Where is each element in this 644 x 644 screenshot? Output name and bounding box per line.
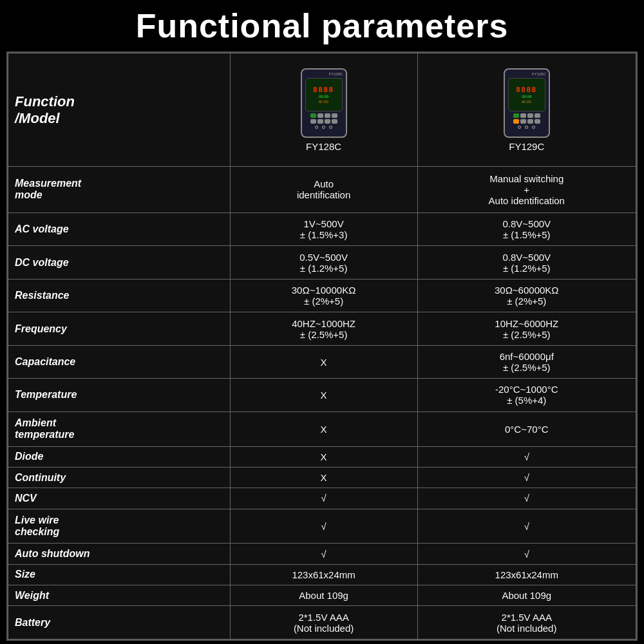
fy129c-image-cell: FY129C 8888 00.00 AC DC xyxy=(417,53,636,167)
port1-128 xyxy=(315,126,318,129)
fy129c-sub-digits: 00.00 xyxy=(516,95,537,99)
fy128c-model-label: FY128C xyxy=(236,141,412,152)
table-row-5: CapacitanceX6nf~60000μf± (2.5%+5) xyxy=(8,345,636,378)
fy129c-value-14: About 109g xyxy=(417,585,636,606)
btn-g3-129 xyxy=(527,119,533,124)
table-row-12: Auto shutdown√√ xyxy=(8,544,636,564)
btn-gray1-128 xyxy=(317,113,323,118)
table-row-1: AC voltage1V~500V± (1.5%+3)0.8V~500V± (1… xyxy=(8,213,636,245)
comparison-table: Function/Model FY128C 8888 00.00 AC DC xyxy=(6,52,638,641)
row-label-11: Live wirechecking xyxy=(8,509,231,544)
btn-g4-129 xyxy=(535,119,540,124)
fy129c-value-5: 6nf~60000μf± (2.5%+5) xyxy=(417,345,636,378)
fy129c-value-10: √ xyxy=(417,488,636,509)
row-label-5: Capacitance xyxy=(8,345,231,378)
fy128c-screen: 8888 00.00 AC DC xyxy=(305,78,343,111)
fy129c-value-8: √ xyxy=(417,446,636,467)
port3-129 xyxy=(532,126,535,129)
btn-gray2-128 xyxy=(325,113,330,118)
fy128c-value-12: √ xyxy=(230,544,417,564)
fy129c-model-label: FY129C xyxy=(423,141,631,152)
btn-g2-129 xyxy=(520,119,526,124)
btn-g3-128 xyxy=(325,119,330,124)
port2-128 xyxy=(322,126,325,129)
fy128c-button-row1 xyxy=(310,113,337,118)
fy128c-value-14: About 109g xyxy=(230,585,417,606)
fy129c-value-0: Manual switching+Auto identification xyxy=(417,167,636,213)
fy128c-value-7: X xyxy=(230,412,417,446)
table-row-7: AmbienttemperatureX0°C~70°C xyxy=(8,412,636,446)
fy129c-screen-content: 8888 00.00 AC DC xyxy=(516,86,537,104)
row-label-3: Resistance xyxy=(8,279,231,312)
fy129c-value-6: -20°C~1000°C± (5%+4) xyxy=(417,379,636,412)
fy128c-value-2: 0.5V~500V± (1.2%+5) xyxy=(230,246,417,279)
table-row-0: MeasurementmodeAutoidentificationManual … xyxy=(8,167,636,213)
fy128c-device: FY128C 8888 00.00 AC DC xyxy=(301,68,347,138)
row-label-8: Diode xyxy=(8,446,231,467)
fy129c-value-7: 0°C~70°C xyxy=(417,412,636,446)
fy129c-button-row2 xyxy=(513,119,540,124)
btn-g2-128 xyxy=(317,119,323,124)
fy129c-indicators: AC DC xyxy=(516,100,537,104)
row-label-9: Continuity xyxy=(8,467,231,488)
table-row-15: Battery2*1.5V AAA(Not included)2*1.5V AA… xyxy=(8,606,636,639)
device-brand-128: FY128C xyxy=(329,72,343,76)
fy128c-image-cell: FY128C 8888 00.00 AC DC xyxy=(230,53,417,167)
table-row-11: Live wirechecking√√ xyxy=(8,509,636,544)
row-label-10: NCV xyxy=(8,488,231,509)
fy129c-screen: 8888 00.00 AC DC xyxy=(508,78,545,111)
table-row-9: ContinuityX√ xyxy=(8,467,636,488)
table-row-4: Frequency40HZ~1000HZ± (2.5%+5)10HZ~6000H… xyxy=(8,312,636,345)
row-label-15: Battery xyxy=(8,606,231,639)
fy128c-ports xyxy=(315,126,332,129)
fy129c-value-13: 123x61x24mm xyxy=(417,564,636,585)
btn-g4-128 xyxy=(332,119,337,124)
row-label-2: DC voltage xyxy=(8,246,231,279)
fy128c-indicators: AC DC xyxy=(313,100,334,104)
btn-gray3-129 xyxy=(535,113,540,118)
row-label-12: Auto shutdown xyxy=(8,544,231,564)
btn-o1-129 xyxy=(513,119,519,124)
btn-gray1-129 xyxy=(520,113,526,118)
row-label-13: Size xyxy=(8,564,231,585)
fy128c-value-5: X xyxy=(230,345,417,378)
port3-128 xyxy=(329,126,332,129)
btn-green-129 xyxy=(513,113,519,118)
row-label-1: AC voltage xyxy=(8,213,231,245)
btn-green-128 xyxy=(310,113,316,118)
fy129c-value-4: 10HZ~6000HZ± (2.5%+5) xyxy=(417,312,636,345)
fy128c-value-0: Autoidentification xyxy=(230,167,417,213)
fy128c-value-4: 40HZ~1000HZ± (2.5%+5) xyxy=(230,312,417,345)
fy129c-button-row1 xyxy=(513,113,540,118)
fy128c-sub-digits: 00.00 xyxy=(313,95,334,99)
table-row-10: NCV√√ xyxy=(8,488,636,509)
fy129c-digits: 8888 xyxy=(516,86,537,93)
fy128c-value-6: X xyxy=(230,379,417,412)
port2-129 xyxy=(525,126,528,129)
fy128c-screen-content: 8888 00.00 AC DC xyxy=(313,86,334,104)
page-title: Functional parameters xyxy=(136,6,509,45)
table-row-6: TemperatureX-20°C~1000°C± (5%+4) xyxy=(8,379,636,412)
row-label-6: Temperature xyxy=(8,379,231,412)
btn-gray3-128 xyxy=(332,113,337,118)
fy128c-value-8: X xyxy=(230,446,417,467)
btn-gray2-129 xyxy=(527,113,533,118)
fy129c-value-1: 0.8V~500V± (1.5%+5) xyxy=(417,213,636,245)
fy128c-value-11: √ xyxy=(230,509,417,544)
fy129c-value-11: √ xyxy=(417,509,636,544)
fy129c-value-9: √ xyxy=(417,467,636,488)
table-row-14: WeightAbout 109gAbout 109g xyxy=(8,585,636,606)
fy128c-value-10: √ xyxy=(230,488,417,509)
btn-g1-128 xyxy=(310,119,316,124)
fy128c-value-1: 1V~500V± (1.5%+3) xyxy=(230,213,417,245)
fy128c-button-row2 xyxy=(310,119,337,124)
row-label-7: Ambienttemperature xyxy=(8,412,231,446)
header-image-row: Function/Model FY128C 8888 00.00 AC DC xyxy=(8,53,636,167)
fy129c-value-3: 30Ω~60000KΩ± (2%+5) xyxy=(417,279,636,312)
fy129c-value-12: √ xyxy=(417,544,636,564)
fy128c-value-13: 123x61x24mm xyxy=(230,564,417,585)
fy129c-device: FY129C 8888 00.00 AC DC xyxy=(504,68,550,138)
page-wrapper: Functional parameters Function/Model FY1… xyxy=(0,0,644,644)
fy129c-ports xyxy=(518,126,535,129)
fy128c-value-9: X xyxy=(230,467,417,488)
